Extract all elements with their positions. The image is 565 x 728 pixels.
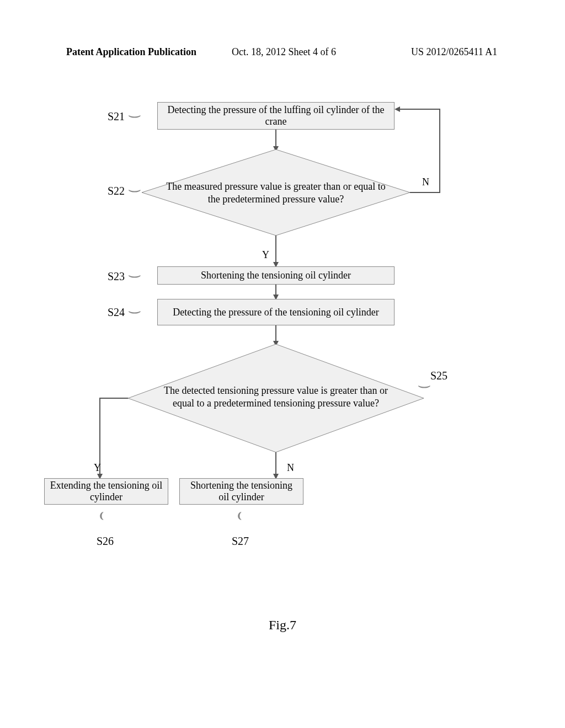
label-s24: S24 bbox=[108, 306, 125, 319]
step-s23-box: Shortening the tensioning oil cylinder bbox=[157, 266, 395, 285]
arrow-line bbox=[275, 130, 276, 146]
connector-tilde: ⌣ bbox=[127, 267, 142, 284]
step-s26-box: Extending the tensioning oil cylinder bbox=[44, 478, 168, 505]
label-n: N bbox=[422, 176, 429, 188]
label-s25: S25 bbox=[430, 370, 447, 382]
label-s23: S23 bbox=[108, 270, 125, 283]
arrow-line bbox=[275, 325, 276, 341]
header-left: Patent Application Publication bbox=[66, 46, 196, 58]
label-y: Y bbox=[94, 462, 101, 474]
connector-tilde: ⌣ bbox=[127, 182, 142, 199]
connector-tilde: ⌣ bbox=[127, 108, 142, 124]
label-y: Y bbox=[262, 249, 269, 261]
label-s26: S26 bbox=[97, 535, 114, 548]
connector-tilde: ⌣ bbox=[228, 511, 253, 521]
step-s21-box: Detecting the pressure of the luffing oi… bbox=[157, 102, 395, 130]
arrow-left-icon bbox=[395, 106, 400, 112]
arrow-line bbox=[99, 398, 128, 399]
step-s26-text: Extending the tensioning oil cylinder bbox=[49, 480, 163, 503]
step-s24-box: Detecting the pressure of the tensioning… bbox=[157, 299, 395, 325]
step-s27-text: Shortening the tensioning oil cylinder bbox=[184, 480, 299, 503]
step-s27-box: Shortening the tensioning oil cylinder bbox=[179, 478, 303, 505]
figure-caption: Fig.7 bbox=[0, 618, 565, 633]
connector-tilde: ⌣ bbox=[90, 511, 115, 521]
label-s22: S22 bbox=[108, 185, 125, 197]
label-s27: S27 bbox=[232, 535, 249, 548]
step-s24-text: Detecting the pressure of the tensioning… bbox=[173, 307, 379, 318]
arrow-line bbox=[275, 452, 276, 474]
arrow-line bbox=[439, 109, 440, 193]
header-right: US 2012/0265411 A1 bbox=[411, 46, 497, 58]
label-s21: S21 bbox=[108, 110, 125, 123]
flowchart: S21 ⌣ Detecting the pressure of the luff… bbox=[55, 99, 480, 596]
connector-tilde: ⌣ bbox=[127, 303, 142, 320]
decision-s22-text: The measured pressure value is greater t… bbox=[166, 176, 386, 210]
arrow-line bbox=[275, 285, 276, 295]
step-s23-text: Shortening the tensioning oil cylinder bbox=[201, 270, 351, 281]
header-center: Oct. 18, 2012 Sheet 4 of 6 bbox=[232, 46, 336, 58]
arrow-line bbox=[410, 192, 440, 193]
decision-s25-text: The detected tensioning pressure value i… bbox=[163, 375, 389, 419]
arrow-line bbox=[400, 109, 440, 110]
label-n: N bbox=[287, 462, 294, 474]
arrow-line bbox=[275, 235, 276, 262]
step-s21-text: Detecting the pressure of the luffing oi… bbox=[162, 104, 390, 127]
